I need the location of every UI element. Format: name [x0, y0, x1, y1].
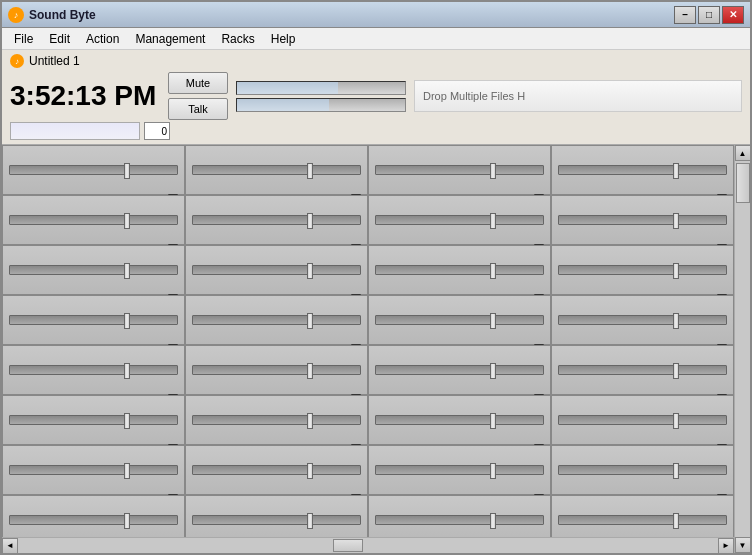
- scroll-down-button[interactable]: ▼: [735, 537, 751, 553]
- cell-slider[interactable]: [375, 365, 544, 375]
- cell-slider[interactable]: [9, 215, 178, 225]
- v-scroll-thumb[interactable]: [736, 163, 750, 203]
- cell-slider[interactable]: [375, 415, 544, 425]
- cell-slider[interactable]: [192, 515, 361, 525]
- cell-slider[interactable]: [9, 415, 178, 425]
- grid-cell[interactable]: [551, 445, 734, 495]
- grid-cell[interactable]: [185, 395, 368, 445]
- menu-racks[interactable]: Racks: [213, 30, 262, 48]
- menu-bar: File Edit Action Management Racks Help: [2, 28, 750, 50]
- cell-slider[interactable]: [375, 465, 544, 475]
- talk-button[interactable]: Talk: [168, 98, 228, 120]
- grid-cell[interactable]: [551, 345, 734, 395]
- menu-help[interactable]: Help: [263, 30, 304, 48]
- h-scroll-thumb[interactable]: [333, 539, 363, 552]
- grid-cell[interactable]: [2, 145, 185, 195]
- h-scroll-track[interactable]: [18, 538, 718, 554]
- cell-slider[interactable]: [558, 365, 727, 375]
- grid-cell[interactable]: [2, 495, 185, 537]
- cell-slider[interactable]: [375, 165, 544, 175]
- slider-thumb: [673, 213, 679, 229]
- grid-cell[interactable]: [185, 145, 368, 195]
- grid-cell[interactable]: [368, 345, 551, 395]
- grid-cell[interactable]: [368, 495, 551, 537]
- minimize-button[interactable]: –: [674, 6, 696, 24]
- grid-cell[interactable]: [185, 245, 368, 295]
- cell-slider[interactable]: [558, 465, 727, 475]
- slider-thumb: [124, 463, 130, 479]
- cell-slider[interactable]: [375, 215, 544, 225]
- slider-thumb: [490, 363, 496, 379]
- grid-cell[interactable]: [551, 245, 734, 295]
- grid-cell[interactable]: [2, 195, 185, 245]
- content-area: ♪ Untitled 1 3:52:13 PM Mute Talk: [2, 50, 750, 553]
- cell-slider[interactable]: [9, 365, 178, 375]
- grid-cell[interactable]: [2, 445, 185, 495]
- grid-area: ◄ ►: [2, 145, 734, 553]
- grid-cell[interactable]: [2, 345, 185, 395]
- menu-management[interactable]: Management: [127, 30, 213, 48]
- close-button[interactable]: ✕: [722, 6, 744, 24]
- grid-cell[interactable]: [551, 145, 734, 195]
- menu-edit[interactable]: Edit: [41, 30, 78, 48]
- grid-cell[interactable]: [2, 295, 185, 345]
- grid-cell[interactable]: [185, 195, 368, 245]
- maximize-button[interactable]: □: [698, 6, 720, 24]
- cell-slider[interactable]: [9, 165, 178, 175]
- cell-slider[interactable]: [9, 315, 178, 325]
- cell-slider[interactable]: [375, 265, 544, 275]
- cell-slider[interactable]: [375, 315, 544, 325]
- grid-cell[interactable]: [551, 195, 734, 245]
- menu-action[interactable]: Action: [78, 30, 127, 48]
- menu-file[interactable]: File: [6, 30, 41, 48]
- scroll-up-button[interactable]: ▲: [735, 145, 751, 161]
- volume-slider-1[interactable]: [236, 81, 406, 95]
- cell-slider[interactable]: [192, 265, 361, 275]
- cell-slider[interactable]: [192, 465, 361, 475]
- cell-slider[interactable]: [558, 415, 727, 425]
- cell-slider[interactable]: [558, 515, 727, 525]
- drop-zone[interactable]: Drop Multiple Files H: [414, 80, 742, 112]
- scroll-left-button[interactable]: ◄: [2, 538, 18, 554]
- grid-cell[interactable]: [368, 195, 551, 245]
- cell-slider[interactable]: [192, 315, 361, 325]
- grid-cell[interactable]: [368, 445, 551, 495]
- cell-slider[interactable]: [375, 515, 544, 525]
- mute-button[interactable]: Mute: [168, 72, 228, 94]
- grid-cell[interactable]: [185, 345, 368, 395]
- cell-slider[interactable]: [9, 265, 178, 275]
- slider-thumb: [307, 413, 313, 429]
- grid-cell[interactable]: [551, 295, 734, 345]
- grid-cell[interactable]: [368, 295, 551, 345]
- cell-slider[interactable]: [192, 365, 361, 375]
- cell-slider[interactable]: [558, 215, 727, 225]
- cell-slider[interactable]: [558, 165, 727, 175]
- grid-cell[interactable]: [2, 395, 185, 445]
- cell-slider[interactable]: [9, 465, 178, 475]
- cell-slider[interactable]: [9, 515, 178, 525]
- grid-cell[interactable]: [185, 495, 368, 537]
- slider-thumb: [307, 263, 313, 279]
- slider-thumb: [307, 363, 313, 379]
- cell-slider[interactable]: [192, 215, 361, 225]
- progress-input[interactable]: [10, 122, 140, 140]
- grid-cell[interactable]: [2, 245, 185, 295]
- grid-cell[interactable]: [551, 495, 734, 537]
- cell-slider[interactable]: [558, 265, 727, 275]
- cell-slider[interactable]: [558, 315, 727, 325]
- progress-row: 0: [10, 122, 742, 140]
- grid-cell[interactable]: [185, 295, 368, 345]
- slider-thumb: [673, 413, 679, 429]
- cell-slider[interactable]: [192, 165, 361, 175]
- controls-row: 3:52:13 PM Mute Talk Drop Multiple Files…: [10, 72, 742, 120]
- grid-cell[interactable]: [368, 395, 551, 445]
- grid-cell[interactable]: [368, 245, 551, 295]
- slider-thumb: [490, 313, 496, 329]
- scroll-right-button[interactable]: ►: [718, 538, 734, 554]
- slider-thumb: [307, 463, 313, 479]
- volume-slider-2[interactable]: [236, 98, 406, 112]
- grid-cell[interactable]: [368, 145, 551, 195]
- grid-cell[interactable]: [551, 395, 734, 445]
- cell-slider[interactable]: [192, 415, 361, 425]
- grid-cell[interactable]: [185, 445, 368, 495]
